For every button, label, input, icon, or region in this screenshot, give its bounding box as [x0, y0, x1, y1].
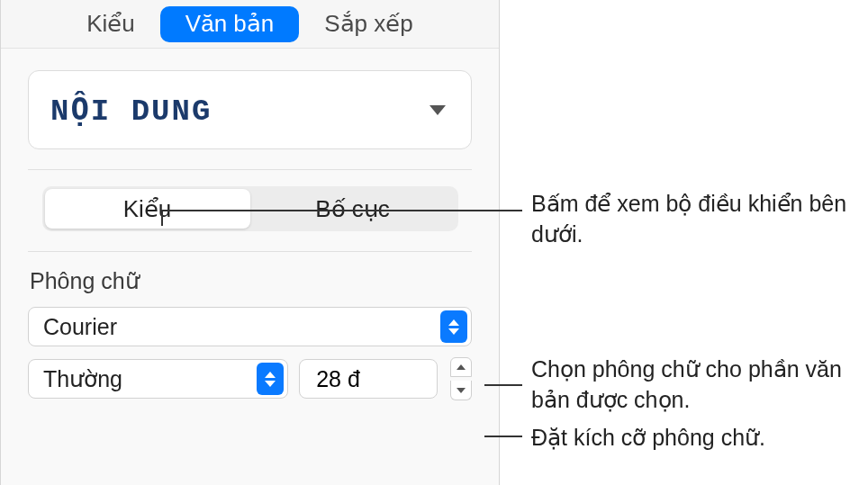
callout-leader: [161, 210, 163, 226]
font-size-value: 28 đ: [316, 366, 360, 392]
paragraph-style-label: NỘI DUNG: [50, 91, 212, 129]
subtab-style[interactable]: Kiểu: [45, 189, 250, 229]
divider: [28, 251, 472, 252]
main-tabbar: Kiểu Văn bản Sắp xếp: [1, 0, 499, 49]
paragraph-style-dropdown[interactable]: NỘI DUNG: [28, 70, 472, 149]
callout-leader: [161, 210, 522, 211]
inspector-content: NỘI DUNG Kiểu Bố cục Phông chữ Courier T…: [1, 49, 499, 400]
subtab-layout[interactable]: Bố cục: [250, 189, 456, 229]
callout-leader: [484, 384, 522, 386]
stepper-up-button[interactable]: [450, 357, 472, 377]
font-weight-select[interactable]: Thường: [28, 359, 288, 399]
font-family-value: Courier: [43, 314, 117, 340]
chevron-down-icon: [429, 105, 446, 115]
subtab-segmented: Kiểu Bố cục: [42, 186, 458, 231]
updown-icon: [440, 310, 467, 343]
inspector-panel: Kiểu Văn bản Sắp xếp NỘI DUNG Kiểu Bố cụ…: [0, 0, 500, 485]
font-family-select[interactable]: Courier: [28, 307, 472, 346]
stepper-down-button[interactable]: [450, 381, 472, 400]
tab-style[interactable]: Kiểu: [61, 6, 160, 42]
divider: [28, 169, 472, 170]
callout-leader: [484, 436, 522, 437]
font-size-stepper: [450, 357, 472, 400]
callout-a: Bấm để xem bộ điều khiển bên dưới.: [531, 189, 855, 250]
callout-c: Đặt kích cỡ phông chữ.: [531, 423, 855, 454]
chevron-up-icon: [457, 364, 466, 370]
tab-text[interactable]: Văn bản: [160, 6, 299, 42]
font-section-title: Phông chữ: [30, 268, 472, 294]
tab-arrange[interactable]: Sắp xếp: [299, 6, 439, 42]
font-weight-value: Thường: [43, 366, 122, 392]
chevron-down-icon: [457, 388, 466, 393]
updown-icon: [257, 363, 284, 395]
callout-b: Chọn phông chữ cho phần văn bản được chọ…: [531, 355, 855, 416]
font-size-field[interactable]: 28 đ: [299, 359, 438, 399]
